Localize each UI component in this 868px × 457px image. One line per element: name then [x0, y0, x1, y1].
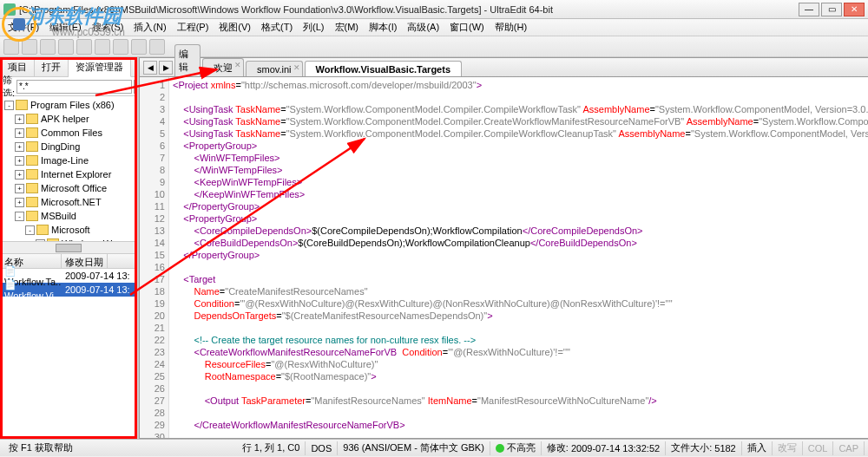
minimize-button[interactable]: — [799, 3, 819, 16]
titlebar: [C:\Program Files (x86)\MSBuild\Microsof… [0, 0, 868, 19]
tree-item[interactable]: +Microsoft.NET [3, 195, 135, 209]
app-icon [3, 3, 16, 16]
tree-item[interactable]: +Image-Line [3, 153, 135, 167]
file-row[interactable]: 📄 Workflow.Vi...2009-07-14 13: [1, 283, 136, 297]
maximize-button[interactable]: ▭ [821, 3, 842, 16]
toolbar-button[interactable] [22, 39, 37, 55]
file-list: 📄 Workflow.Ta...2009-07-14 13:📄 Workflow… [1, 269, 136, 297]
status-pos: 行 1, 列 1, C0 [237, 441, 306, 455]
status-mode: DOS [306, 441, 338, 455]
toolbar-button[interactable] [40, 39, 56, 55]
side-tab-open[interactable]: 打开 [35, 58, 69, 76]
menu-item[interactable]: 视图(V) [214, 19, 255, 36]
menu-item[interactable]: 搜索(S) [88, 19, 128, 36]
menu-item[interactable]: 宏(M) [331, 19, 364, 36]
tab-prev-button[interactable]: ◀ [143, 61, 157, 75]
status-insert[interactable]: 插入 [742, 441, 773, 455]
editor-tab-workflow[interactable]: Workflow.VisualBasic.Targets [305, 61, 462, 76]
tree-hscroll[interactable] [1, 241, 136, 253]
tree-item[interactable]: +Internet Explorer [3, 167, 135, 181]
editor-tab-smov[interactable]: smov.ini✕ [246, 61, 303, 76]
status-hint: 按 F1 获取帮助 [3, 441, 78, 455]
tree-item[interactable]: +Common Files [3, 126, 135, 140]
tree-item[interactable]: +Microsoft Office [3, 181, 135, 195]
status-codepage: 936 (ANSI/OEM - 简体中文 GBK) [338, 441, 490, 455]
close-button[interactable]: ✕ [844, 3, 865, 16]
filter-input[interactable] [16, 80, 132, 94]
toolbar-button[interactable] [149, 39, 165, 55]
toolbar-button[interactable] [131, 39, 147, 55]
menu-item[interactable]: 文件(F) [3, 19, 43, 36]
window-title: [C:\Program Files (x86)\MSBuild\Microsof… [19, 4, 799, 15]
status-cap: CAP [833, 441, 865, 455]
status-modified: 修改: 2009-07-14 13:32:52 [542, 441, 666, 455]
sidebar: 项目 打开 资源管理器 筛选: ▶ 📁 -Program Files (x86)… [0, 57, 137, 439]
tree-item[interactable]: +DingDing [3, 140, 135, 153]
edit-tab-prefix[interactable]: 编辑 [174, 44, 201, 76]
menu-item[interactable]: 脚本(I) [365, 19, 401, 36]
menu-item[interactable]: 插入(N) [129, 19, 170, 36]
toolbar-button[interactable] [113, 39, 128, 55]
code-editor[interactable]: <Project xmlns="http://schemas.microsoft… [169, 77, 868, 438]
line-gutter: 1234567891011121314151617181920212223242… [140, 77, 169, 438]
editor-tab-welcome[interactable]: 欢迎✕ [202, 58, 244, 76]
toolbar-button[interactable] [95, 39, 110, 55]
menu-item[interactable]: 窗口(W) [445, 19, 489, 36]
tab-next-button[interactable]: ▶ [159, 61, 173, 75]
toolbar-button[interactable] [3, 39, 19, 55]
editor-area: ◀ ▶ 编辑 欢迎✕ smov.ini✕ Workflow.VisualBasi… [139, 57, 868, 439]
filter-label: 筛选: [3, 74, 15, 100]
menu-item[interactable]: 高级(A) [403, 19, 444, 36]
menu-item[interactable]: 帮助(H) [490, 19, 531, 36]
menu-item[interactable]: 列(L) [299, 19, 328, 36]
tree-item[interactable]: +APK helper [3, 112, 135, 126]
menu-item[interactable]: 工程(P) [173, 19, 214, 36]
menu-item[interactable]: 格式(T) [257, 19, 297, 36]
tree-item[interactable]: -Microsoft [3, 223, 135, 237]
statusbar: 按 F1 获取帮助 行 1, 列 1, C0 DOS 936 (ANSI/OEM… [0, 439, 868, 456]
status-overwrite: 改写 [773, 441, 803, 455]
tree-item[interactable]: -Program Files (x86) [3, 98, 135, 112]
menu-item[interactable]: 编辑(E) [45, 19, 86, 36]
status-col: COL [803, 441, 834, 455]
side-tab-explorer[interactable]: 资源管理器 [69, 58, 131, 77]
status-filesize: 文件大小: 5182 [666, 441, 742, 455]
toolbar-button[interactable] [76, 39, 92, 55]
menubar: 文件(F)编辑(E)搜索(S)插入(N)工程(P)视图(V)格式(T)列(L)宏… [0, 19, 868, 36]
status-highlight: 不高亮 [490, 441, 542, 455]
col-date[interactable]: 修改日期 [62, 254, 108, 268]
folder-tree[interactable]: -Program Files (x86)+APK helper+Common F… [1, 96, 136, 241]
tree-item[interactable]: -MSBuild [3, 209, 135, 223]
toolbar-button[interactable] [58, 39, 74, 55]
toolbar [0, 36, 868, 57]
